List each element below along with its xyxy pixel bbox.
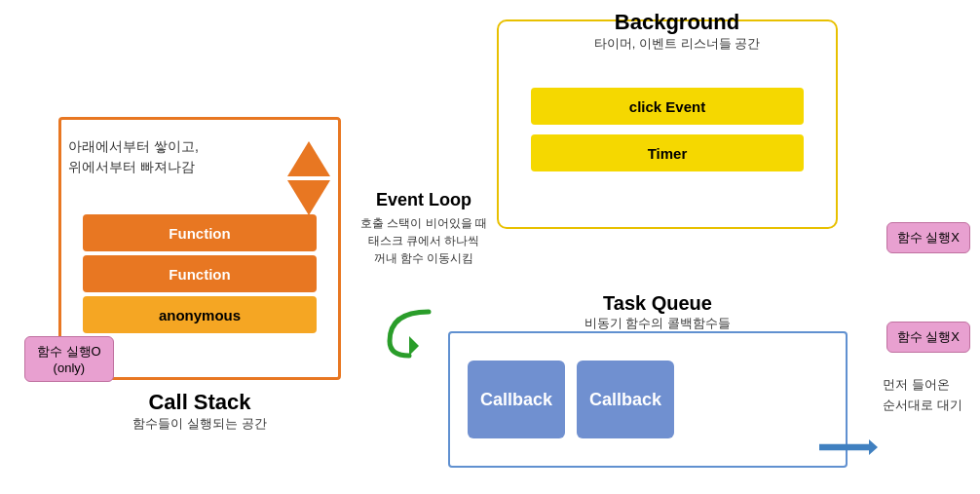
stack-annotation: 아래에서부터 쌓이고, 위에서부터 빠져나감 [68,136,199,177]
diagram-container: 아래에서부터 쌓이고, 위에서부터 빠져나감 Function Function… [0,0,980,494]
stack-items: Function Function anonymous [63,214,336,333]
stack-item-function2: Function [83,255,317,292]
arrow-down-icon [287,180,330,215]
task-queue-title: Task Queue 비동기 함수의 콜백함수들 [555,292,760,332]
right-annotation: 먼저 들어온 순서대로 대기 [883,375,962,416]
stack-arrows [287,141,330,215]
bg-item-timer: Timer [531,134,804,171]
stack-item-anonymous: anonymous [83,296,317,333]
background-items: click Event Timer [511,88,823,171]
badge-no-execute-bottom: 함수 실행X [886,322,970,353]
call-stack-label: Call Stack 함수들이 실행되는 공간 [78,390,321,433]
tq-item-callback1: Callback [468,361,565,438]
badge-execute-only: 함수 실행O (only) [24,336,114,382]
task-queue-items: Callback Callback [468,361,674,438]
green-arrow-icon [380,302,438,361]
stack-item-function1: Function [83,214,317,251]
tq-item-callback2: Callback [577,361,674,438]
badge-no-execute-top: 함수 실행X [886,222,970,253]
background-title: Background 타이머, 이벤트 리스너들 공간 [575,10,779,53]
svg-marker-0 [409,336,419,356]
bg-item-click-event: click Event [531,88,804,125]
event-loop-label: Event Loop 호출 스택이 비어있을 때 태스크 큐에서 하나씩 꺼내 … [346,190,502,267]
arrow-up-icon [287,141,330,176]
